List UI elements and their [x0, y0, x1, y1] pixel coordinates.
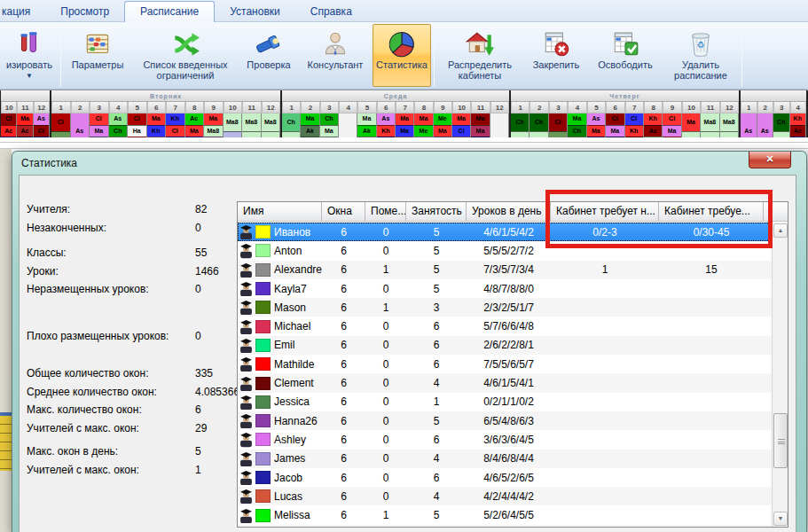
column-header-7[interactable]: Кабинет требуе...	[659, 202, 764, 221]
lesson-segment[interactable]: Ma	[320, 125, 338, 137]
table-row-Alexandre[interactable]: Alexandre6157/3/5/7/3/4115	[238, 261, 772, 279]
lesson-segment[interactable]: Kh	[166, 113, 184, 125]
lesson-segment[interactable]: Kh	[644, 113, 662, 125]
table-row-Melissa[interactable]: Melissa6155/2/6/4/5/5	[238, 505, 772, 524]
period-number[interactable]: 7	[166, 102, 185, 113]
lesson-segment[interactable]: Cl	[166, 125, 184, 137]
ribbon-button-shuffle[interactable]: Список введенных ограничений	[133, 24, 238, 87]
period-number[interactable]: 6	[377, 102, 396, 113]
table-header-row[interactable]: ИмяОкнаПоме...ЗанятостьУроков в деньКаби…	[238, 202, 788, 222]
lesson-segment[interactable]: Kh	[147, 125, 166, 137]
period-number[interactable]: 8	[414, 102, 433, 113]
table-row-Kayla7[interactable]: Kayla76054/8/7/8/8/0	[238, 279, 772, 298]
lesson-segment[interactable]: Cl	[606, 113, 624, 125]
period-number[interactable]: 12	[720, 102, 739, 113]
ribbon-button-house[interactable]: Распределить кабинеты	[437, 24, 522, 87]
period-number[interactable]: 4	[109, 102, 129, 113]
lesson-segment[interactable]: As	[587, 113, 605, 125]
lesson-segment[interactable]: Ma	[396, 113, 413, 125]
period-number[interactable]: 6	[147, 102, 167, 113]
lesson-segment[interactable]: As	[109, 113, 128, 125]
lesson-segment[interactable]: Cl	[452, 125, 470, 137]
lesson-segment[interactable]: Ma	[682, 113, 700, 131]
period-number[interactable]: 12	[490, 102, 509, 113]
lesson-segment[interactable]: Cl	[128, 113, 146, 125]
lesson-segment[interactable]: Ch	[109, 125, 128, 137]
lesson-segment[interactable]: Ma	[301, 113, 318, 125]
period-number[interactable]: 11	[17, 102, 33, 113]
period-number[interactable]: 4	[568, 102, 586, 113]
lesson-segment[interactable]: Ma	[452, 113, 470, 125]
period-number[interactable]: 12	[262, 102, 281, 113]
period-number[interactable]: 8	[185, 102, 205, 113]
period-number[interactable]: 5	[128, 102, 147, 113]
lesson-segment[interactable]: Ma	[434, 125, 451, 137]
scroll-up-button[interactable]: ▲	[773, 223, 788, 238]
lesson-segment[interactable]: Ma	[204, 113, 223, 125]
period-number[interactable]: 3	[549, 102, 568, 113]
lesson-segment[interactable]: Kh	[790, 113, 806, 125]
ribbon-button-flasks[interactable]: изировать▼	[1, 24, 58, 87]
period-number[interactable]: 3	[320, 102, 339, 113]
period-number[interactable]: 1	[51, 102, 71, 113]
lesson-segment[interactable]: Ak	[301, 125, 318, 137]
lesson-segment[interactable]: Ma	[471, 125, 489, 137]
period-number[interactable]: 7	[396, 102, 414, 113]
lesson-segment[interactable]: Ma8	[204, 125, 223, 137]
vertical-scrollbar[interactable]: ▲ ▼	[772, 223, 788, 527]
period-number[interactable]: 2	[301, 102, 319, 113]
lesson-segment[interactable]: Cl	[1, 113, 16, 125]
lesson-segment[interactable]: Ma	[90, 125, 108, 137]
close-button[interactable]: ✕	[749, 152, 791, 168]
table-row-Michael[interactable]: Michael6065/7/6/6/4/8	[238, 317, 772, 335]
lesson-segment[interactable]: Ac	[644, 125, 662, 137]
tab-кация[interactable]: кация	[0, 2, 45, 21]
lesson-segment[interactable]: Ac	[185, 113, 204, 125]
period-number[interactable]: 5	[357, 102, 376, 113]
period-number[interactable]: 1	[741, 102, 757, 113]
lesson-segment[interactable]: Ma	[414, 113, 432, 125]
period-number[interactable]: 2	[530, 102, 548, 113]
lesson-segment[interactable]: Cl	[663, 113, 680, 125]
table-row-Clement[interactable]: Clement6044/6/1/5/4/1	[238, 373, 772, 392]
table-row-Anton[interactable]: Anton6055/5/5/2/7/2	[238, 241, 772, 260]
scrollbar-thumb[interactable]	[773, 413, 788, 468]
period-number[interactable]: 4	[339, 102, 357, 113]
table-row-Lucas[interactable]: Lucas6044/2/4/4/4/2	[238, 487, 772, 505]
lesson-segment[interactable]: Ch	[773, 113, 789, 131]
column-header-4[interactable]: Занятость	[406, 202, 467, 221]
lesson-segment[interactable]: Kh	[625, 125, 643, 137]
period-number[interactable]: 10	[224, 102, 243, 113]
lesson-segment[interactable]: Ma8	[224, 113, 242, 131]
lesson-segment[interactable]: Ac	[790, 125, 806, 137]
period-number[interactable]: 2	[71, 102, 90, 113]
ribbon-button-consultant[interactable]: Консультант	[300, 24, 371, 87]
lesson-segment[interactable]: Cl	[90, 113, 108, 125]
lesson-segment[interactable]: Ma	[396, 125, 413, 137]
period-number[interactable]: 10	[1, 102, 17, 113]
column-header-3[interactable]: Поме...	[365, 202, 406, 221]
dropdown-arrow-icon[interactable]: ▼	[26, 71, 33, 82]
period-number[interactable]: 6	[606, 102, 624, 113]
lesson-segment[interactable]: Ch	[320, 113, 338, 125]
lesson-segment[interactable]: As	[34, 113, 49, 125]
lesson-segment[interactable]: Ma	[357, 113, 375, 125]
period-number[interactable]: 3	[90, 102, 109, 113]
ribbon-button-table-check[interactable]: Освободить	[590, 24, 661, 87]
lesson-segment[interactable]: Ma	[185, 125, 204, 137]
period-number[interactable]: 9	[204, 102, 224, 113]
tab-Справка[interactable]: Справка	[295, 2, 367, 21]
lesson-segment[interactable]: Kh	[377, 125, 395, 137]
period-number[interactable]: 5	[587, 102, 606, 113]
lesson-segment[interactable]: Ma	[606, 125, 624, 137]
period-number[interactable]: 11	[471, 102, 490, 113]
lesson-segment[interactable]: Ch	[568, 125, 585, 137]
column-header-6[interactable]: Кабинет требует н...	[551, 202, 659, 221]
table-row-Mason[interactable]: Mason6132/3/2/5/1/7	[238, 298, 772, 317]
lesson-segment[interactable]: Ma	[17, 113, 32, 125]
lesson-segment[interactable]: Cl	[34, 125, 49, 137]
tab-Расписание[interactable]: Расписание	[124, 1, 215, 22]
lesson-segment[interactable]: Me	[414, 125, 432, 137]
period-number[interactable]: 12	[34, 102, 50, 113]
period-number[interactable]: 1	[282, 102, 301, 113]
